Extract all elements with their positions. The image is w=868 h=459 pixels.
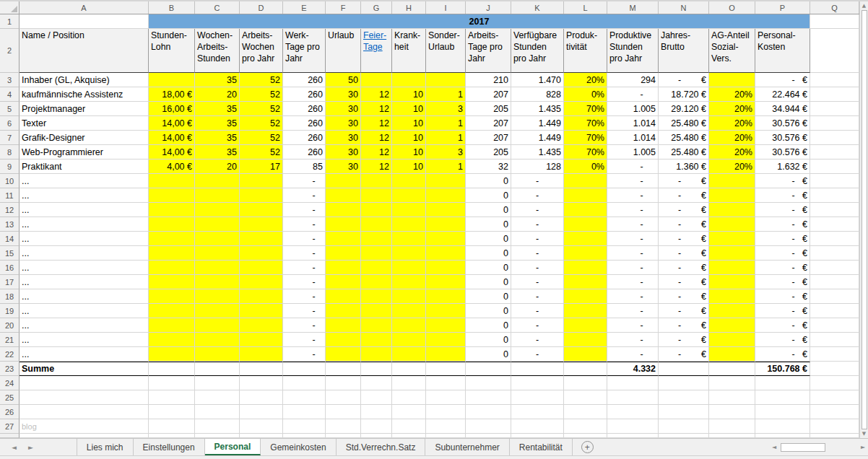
cell-a24[interactable] <box>19 376 149 390</box>
cell-q16[interactable] <box>810 261 859 275</box>
cell-o26[interactable] <box>709 405 755 419</box>
cell-g25[interactable] <box>361 390 392 405</box>
cell-o21[interactable] <box>709 333 755 347</box>
cell-h24[interactable] <box>392 376 426 390</box>
cell-d16[interactable] <box>240 261 283 275</box>
row-header-5[interactable]: 5 <box>0 102 19 116</box>
cell-g27[interactable] <box>361 419 392 434</box>
cell-a21[interactable]: ... <box>19 333 149 347</box>
column-header-q[interactable]: Q <box>810 1 859 14</box>
cell-p13[interactable]: - € <box>755 217 810 232</box>
cell-g26[interactable] <box>361 405 392 419</box>
cell-f24[interactable] <box>326 376 361 390</box>
cell-q14[interactable] <box>810 232 859 246</box>
cell-h5[interactable]: 10 <box>392 102 426 116</box>
cell-c3[interactable]: 35 <box>195 73 240 87</box>
cell-f26[interactable] <box>326 405 361 419</box>
row-header-25[interactable]: 25 <box>0 390 19 405</box>
horizontal-scrollbar[interactable]: ◄ ► <box>769 439 868 455</box>
cell-q12[interactable] <box>810 203 859 217</box>
cell-h10[interactable] <box>392 174 426 188</box>
cell-a17[interactable]: ... <box>19 275 149 289</box>
cell-q17[interactable] <box>810 275 859 289</box>
header-cell-g[interactable]: Feier- Tage <box>361 29 392 73</box>
cell-n8[interactable]: 25.480 € <box>659 145 709 159</box>
cell-b6[interactable]: 14,00 € <box>149 116 195 131</box>
cell-c7[interactable]: 35 <box>195 131 240 145</box>
cell-h20[interactable] <box>392 318 426 333</box>
cell-o16[interactable] <box>709 261 755 275</box>
cell-i7[interactable]: 1 <box>426 131 466 145</box>
cell-g23[interactable] <box>361 362 392 376</box>
cell-m12[interactable]: - <box>607 203 659 217</box>
cell-k26[interactable] <box>511 405 564 419</box>
horizontal-scroll-thumb[interactable] <box>781 443 825 452</box>
cell-b4[interactable]: 18,00 € <box>149 87 195 102</box>
row-header-10[interactable]: 10 <box>0 174 19 188</box>
cell-i5[interactable]: 3 <box>426 102 466 116</box>
cell-l15[interactable] <box>564 246 607 261</box>
cell-q9[interactable] <box>810 159 859 174</box>
cell-b12[interactable] <box>149 203 195 217</box>
cell-h25[interactable] <box>392 390 426 405</box>
cell-l13[interactable] <box>564 217 607 232</box>
cell-i27[interactable] <box>426 419 466 434</box>
cell-e18[interactable]: - <box>283 289 326 304</box>
cell-j14[interactable]: 0 <box>466 232 511 246</box>
row-header-13[interactable]: 13 <box>0 217 19 232</box>
cell-n3[interactable]: - € <box>659 73 709 87</box>
cell-d12[interactable] <box>240 203 283 217</box>
column-header-m[interactable]: M <box>607 1 659 14</box>
cell-k16[interactable]: - <box>511 261 564 275</box>
header-cell-h[interactable]: Krank- heit <box>392 29 426 73</box>
cell-a14[interactable]: ... <box>19 232 149 246</box>
cell-o24[interactable] <box>709 376 755 390</box>
cell-j13[interactable]: 0 <box>466 217 511 232</box>
header-cell-c[interactable]: Wochen- Arbeits- Stunden <box>195 29 240 73</box>
cell-n24[interactable] <box>659 376 709 390</box>
cell-g5[interactable]: 12 <box>361 102 392 116</box>
cell-j17[interactable]: 0 <box>466 275 511 289</box>
cell-k27[interactable] <box>511 419 564 434</box>
cell-p14[interactable]: - € <box>755 232 810 246</box>
cell-m21[interactable]: - <box>607 333 659 347</box>
cell-e16[interactable]: - <box>283 261 326 275</box>
cell-n6[interactable]: 25.480 € <box>659 116 709 131</box>
cell-b24[interactable] <box>149 376 195 390</box>
cell-q7[interactable] <box>810 131 859 145</box>
cell-n19[interactable]: - € <box>659 304 709 318</box>
scroll-up-icon[interactable]: ▲ <box>862 3 866 9</box>
cell-f10[interactable] <box>326 174 361 188</box>
cell-i8[interactable]: 3 <box>426 145 466 159</box>
cell-o5[interactable]: 20% <box>709 102 755 116</box>
cell-i12[interactable] <box>426 203 466 217</box>
column-header-i[interactable]: I <box>426 1 466 14</box>
cell-a9[interactable]: Praktikant <box>19 159 149 174</box>
cell-m18[interactable]: - <box>607 289 659 304</box>
cell-h12[interactable] <box>392 203 426 217</box>
cell-h4[interactable]: 10 <box>392 87 426 102</box>
vertical-scroll-thumb[interactable] <box>862 10 867 429</box>
cell-e14[interactable]: - <box>283 232 326 246</box>
row-header-16[interactable]: 16 <box>0 261 19 275</box>
cell-k5[interactable]: 1.435 <box>511 102 564 116</box>
cell-f6[interactable]: 30 <box>326 116 361 131</box>
cell-g9[interactable]: 12 <box>361 159 392 174</box>
cell-k23[interactable] <box>511 362 564 376</box>
cell-b23[interactable] <box>149 362 195 376</box>
scroll-left-icon[interactable]: ◄ <box>769 444 779 450</box>
cell-j25[interactable] <box>466 390 511 405</box>
cell-b19[interactable] <box>149 304 195 318</box>
cell-n9[interactable]: 1.360 € <box>659 159 709 174</box>
cell-b17[interactable] <box>149 275 195 289</box>
cell-d27[interactable] <box>240 419 283 434</box>
cell-k14[interactable]: - <box>511 232 564 246</box>
cell-e8[interactable]: 260 <box>283 145 326 159</box>
cell-j22[interactable]: 0 <box>466 347 511 362</box>
cell-m8[interactable]: 1.005 <box>607 145 659 159</box>
row-header-3[interactable]: 3 <box>0 73 19 87</box>
column-header-d[interactable]: D <box>240 1 283 14</box>
cell-q18[interactable] <box>810 289 859 304</box>
cell-k22[interactable]: - <box>511 347 564 362</box>
cell-b27[interactable] <box>149 419 195 434</box>
